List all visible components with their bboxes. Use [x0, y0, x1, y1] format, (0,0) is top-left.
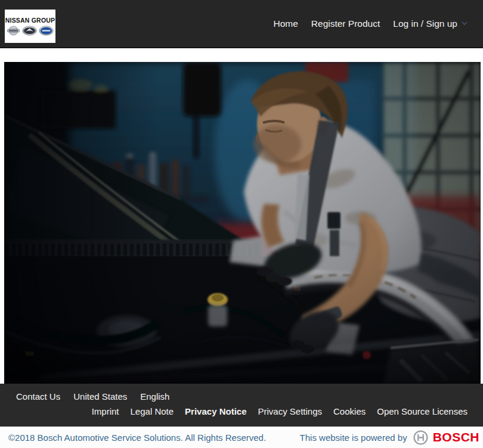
nav-item-register-product[interactable]: Register Product	[311, 18, 380, 29]
footer-link-privacy-notice[interactable]: Privacy Notice	[185, 406, 246, 416]
nav-item-login-signup[interactable]: Log in / Sign up	[393, 18, 467, 29]
nav-item-home[interactable]: Home	[273, 18, 298, 29]
bosch-wordmark: BOSCH	[433, 430, 479, 444]
footer-country-selector[interactable]: United States	[73, 391, 127, 402]
chevron-down-icon	[462, 21, 467, 26]
footer-link-open-source-licenses[interactable]: Open Source Licenses	[377, 406, 467, 416]
footer-link-cookies[interactable]: Cookies	[333, 406, 366, 416]
hero-image	[4, 62, 481, 384]
nissan-group-logo[interactable]: NISSAN GROUP	[5, 10, 55, 43]
page: NISSAN GROUP	[0, 0, 483, 448]
footer-link-imprint[interactable]: Imprint	[92, 406, 119, 416]
footer-language-selector[interactable]: English	[140, 391, 169, 402]
main-nav: Home Register Product Log in / Sign up	[273, 18, 483, 29]
logo-badges	[7, 26, 54, 36]
powered-by: This website is powered by BOSCH	[300, 430, 479, 446]
footer-link-contact-us[interactable]: Contact Us	[16, 391, 60, 402]
site-footer: Contact Us United States English Imprint…	[0, 384, 483, 427]
footer-legal-links: Imprint Legal Note Privacy Notice Privac…	[0, 406, 483, 416]
bosch-armature-icon	[413, 430, 429, 446]
infiniti-badge-icon	[22, 26, 37, 36]
hero-illustration	[4, 62, 481, 384]
bosch-logo[interactable]: BOSCH	[413, 430, 479, 446]
footer-link-privacy-settings[interactable]: Privacy Settings	[258, 406, 322, 416]
site-header: NISSAN GROUP	[0, 0, 483, 48]
copyright-text: ©2018 Bosch Automotive Service Solutions…	[8, 433, 266, 443]
powered-by-label: This website is powered by	[300, 433, 407, 443]
footer-primary-links: Contact Us United States English	[0, 391, 483, 402]
bottom-bar: ©2018 Bosch Automotive Service Solutions…	[0, 427, 483, 448]
nissan-badge-icon	[7, 26, 20, 36]
footer-link-legal-note[interactable]: Legal Note	[131, 406, 174, 416]
nav-item-login-signup-label: Log in / Sign up	[393, 18, 457, 29]
datsun-badge-icon	[39, 26, 54, 36]
logo-title: NISSAN GROUP	[5, 17, 55, 24]
